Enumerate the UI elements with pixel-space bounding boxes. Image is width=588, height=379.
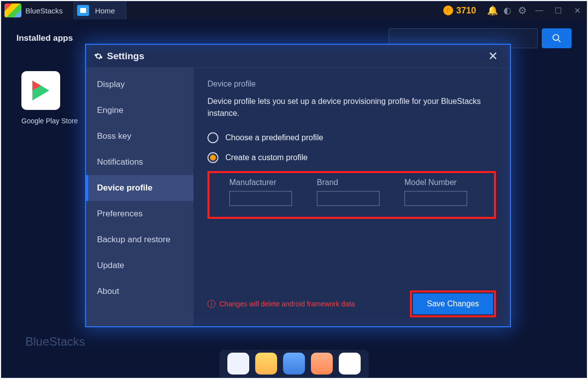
manufacturer-label: Manufacturer xyxy=(229,178,292,187)
sidebar-item-label: Device profile xyxy=(97,183,153,192)
model-label: Model Number xyxy=(404,178,467,187)
play-store-icon[interactable] xyxy=(21,71,60,110)
gear-icon xyxy=(94,52,103,61)
content-description: Device profile lets you set up a device … xyxy=(207,95,496,119)
radio-custom-label: Create a custom profile xyxy=(225,153,307,162)
radio-custom[interactable] xyxy=(207,152,218,163)
modal-title: Settings xyxy=(107,51,144,62)
settings-gear-icon[interactable]: ⚙ xyxy=(515,4,530,16)
sidebar-item-label: Boss key xyxy=(97,131,131,141)
radio-predefined-row[interactable]: Choose a predefined profile xyxy=(207,132,496,143)
info-icon: i xyxy=(207,300,215,308)
manufacturer-input[interactable] xyxy=(229,191,292,206)
dock-app-3[interactable] xyxy=(283,353,305,375)
dock-app-5[interactable] xyxy=(339,353,361,375)
brand-label: Brand xyxy=(317,178,380,187)
sidebar-item-display[interactable]: Display xyxy=(86,72,194,97)
app-window: BlueStacks Home P 3710 🔔 ◐ ⚙ — ☐ ✕ Insta… xyxy=(1,1,587,378)
sidebar-item-engine[interactable]: Engine xyxy=(86,97,194,123)
sidebar-item-about[interactable]: About xyxy=(86,279,194,304)
modal-header: Settings ✕ xyxy=(86,45,510,68)
sidebar-item-label: Preferences xyxy=(97,209,143,218)
sidebar-item-label: Update xyxy=(97,261,124,270)
dock-app-2[interactable] xyxy=(255,353,277,375)
search-icon xyxy=(552,33,562,43)
sidebar-item-label: About xyxy=(97,286,119,296)
installed-apps-label: Installed apps xyxy=(16,33,73,43)
points-value: 3710 xyxy=(456,5,476,16)
notifications-icon[interactable]: 🔔 xyxy=(485,5,500,16)
modal-close-button[interactable]: ✕ xyxy=(484,47,502,65)
account-icon[interactable]: ◐ xyxy=(500,5,515,16)
sidebar-item-device-profile[interactable]: Device profile xyxy=(86,175,194,201)
radio-predefined[interactable] xyxy=(207,132,218,143)
modal-sidebar: Display Engine Boss key Notifications De… xyxy=(86,68,194,326)
play-store-label: Google Play Store xyxy=(21,117,78,125)
search-button[interactable] xyxy=(542,28,572,48)
warning-text: Changes will delete android framework da… xyxy=(219,300,355,308)
footer-brand: BlueStacks xyxy=(25,335,85,349)
dock-app-1[interactable] xyxy=(227,353,249,375)
field-manufacturer: Manufacturer xyxy=(229,178,292,206)
titlebar: BlueStacks Home P 3710 🔔 ◐ ⚙ — ☐ ✕ xyxy=(1,1,587,19)
brand-input[interactable] xyxy=(317,191,380,206)
tab-home-label: Home xyxy=(95,6,115,15)
dock xyxy=(219,350,369,378)
maximize-button[interactable]: ☐ xyxy=(549,6,568,15)
sidebar-item-update[interactable]: Update xyxy=(86,253,194,279)
sidebar-item-notifications[interactable]: Notifications xyxy=(86,149,194,175)
model-input[interactable] xyxy=(404,191,467,206)
apps-area: Google Play Store xyxy=(21,71,78,125)
modal-body: Display Engine Boss key Notifications De… xyxy=(86,68,510,326)
sidebar-item-preferences[interactable]: Preferences xyxy=(86,201,194,227)
dock-app-4[interactable] xyxy=(311,353,333,375)
app-name: BlueStacks xyxy=(25,6,63,15)
svg-line-1 xyxy=(558,40,561,42)
sidebar-item-label: Backup and restore xyxy=(97,235,170,244)
save-highlight: Save Changes xyxy=(410,290,496,317)
save-changes-button[interactable]: Save Changes xyxy=(413,293,493,314)
svg-point-0 xyxy=(553,35,559,41)
sidebar-item-label: Notifications xyxy=(97,157,143,167)
modal-footer: i Changes will delete android framework … xyxy=(207,290,496,317)
bluestacks-logo-icon xyxy=(4,3,21,17)
field-model: Model Number xyxy=(404,178,467,206)
field-brand: Brand xyxy=(317,178,380,206)
sidebar-item-boss-key[interactable]: Boss key xyxy=(86,123,194,149)
play-triangle-icon xyxy=(32,81,49,100)
close-window-button[interactable]: ✕ xyxy=(568,6,587,15)
radio-custom-row[interactable]: Create a custom profile xyxy=(207,152,496,163)
minimize-button[interactable]: — xyxy=(530,6,549,15)
tab-home[interactable]: Home xyxy=(74,1,126,19)
content-heading: Device profile xyxy=(207,80,496,89)
sidebar-item-backup-restore[interactable]: Backup and restore xyxy=(86,227,194,253)
home-app-icon xyxy=(77,5,89,16)
sidebar-item-label: Engine xyxy=(97,105,123,115)
settings-modal: Settings ✕ Display Engine Boss key Notif… xyxy=(85,44,511,327)
coin-icon: P xyxy=(443,5,453,15)
custom-profile-fields: Manufacturer Brand Model Number xyxy=(207,171,496,219)
radio-predefined-label: Choose a predefined profile xyxy=(225,133,323,142)
modal-content: Device profile Device profile lets you s… xyxy=(194,68,510,326)
radio-dot-icon xyxy=(210,155,216,161)
sidebar-item-label: Display xyxy=(97,80,125,89)
